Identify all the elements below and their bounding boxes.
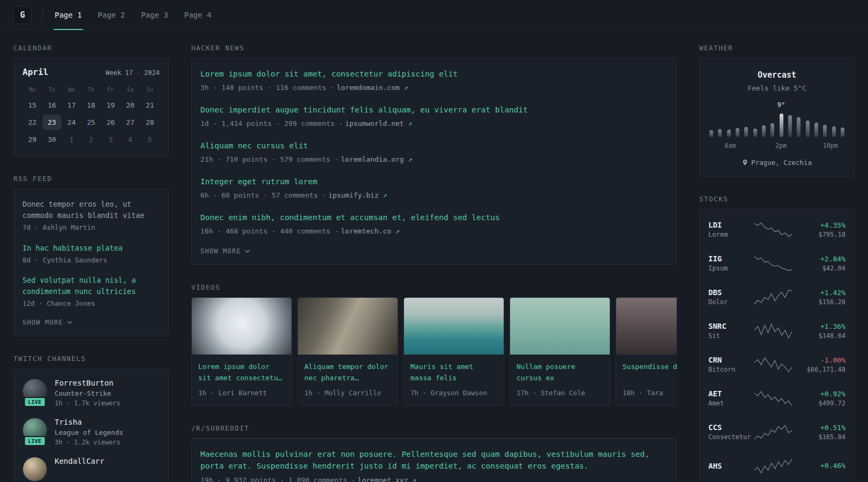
video-card[interactable]: Nullam posuere cursus ex 17h · Stefan Co… xyxy=(510,297,610,406)
calendar-day-header: We xyxy=(62,84,81,96)
rss-item-title[interactable]: In hac habitasse platea xyxy=(23,243,160,254)
video-meta: 1h · Lori Barnett xyxy=(198,389,285,397)
video-title[interactable]: Aliquam tempor dolor nec pharetra… xyxy=(304,362,391,384)
weather-bar xyxy=(736,128,739,137)
tab-page-4[interactable]: Page 4 xyxy=(183,0,213,29)
channel-info: Trisha League of Legends 3h · 1.2k viewe… xyxy=(55,418,123,446)
hn-show-more-button[interactable]: SHOW MORE xyxy=(200,247,250,255)
weather-bar xyxy=(744,127,748,137)
external-link-icon: ↗ xyxy=(408,119,413,127)
stock-row[interactable]: DBS Dolor +1.42% $156.28 xyxy=(708,280,845,314)
weather-bar xyxy=(770,123,774,137)
stock-change: +0.46% xyxy=(798,462,845,470)
hn-item-stats: 6h · 60 points · 57 comments · xyxy=(200,191,326,199)
video-title[interactable]: Nullam posuere cursus ex xyxy=(517,362,603,384)
channel-name[interactable]: KendallCarr xyxy=(55,457,104,465)
channel-name[interactable]: ForrestBurton xyxy=(55,379,121,387)
stock-change: +1.36% xyxy=(798,322,845,330)
rss-item-title[interactable]: Donec tempor eros leo, ut commodo mauris… xyxy=(23,199,160,221)
hn-item: Integer eget rutrum lorem 6h · 60 points… xyxy=(200,176,668,201)
rss-item: Donec tempor eros leo, ut commodo mauris… xyxy=(23,199,160,233)
tab-page-1[interactable]: Page 1 xyxy=(54,0,83,29)
stock-sparkline xyxy=(753,289,793,305)
hn-item-title[interactable]: Lorem ipsum dolor sit amet, consectetur … xyxy=(200,68,668,80)
stock-price: $165.84 xyxy=(798,433,845,441)
stock-row[interactable]: AHS +0.46% xyxy=(708,449,845,482)
calendar-day-header: Sa xyxy=(121,84,140,96)
calendar-widget: CALENDAR April Week 17 · 2024 MoTuWeThFr… xyxy=(13,44,169,156)
video-title[interactable]: Mauris sit amet massa felis xyxy=(410,362,497,384)
calendar-day-header: Su xyxy=(140,84,160,96)
hn-item: Donec enim nibh, condimentum et accumsan… xyxy=(200,212,668,237)
video-card[interactable]: Mauris sit amet massa felis 7h · Grayson… xyxy=(403,297,504,406)
twitch-channel[interactable]: LIVE ForrestBurton Counter-Strike 1h · 1… xyxy=(23,379,160,407)
stock-values: +1.42% $156.28 xyxy=(798,289,845,306)
channel-name[interactable]: Trisha xyxy=(55,418,123,426)
hn-item-title[interactable]: Donec imperdiet augue tincidunt felis al… xyxy=(200,104,668,116)
stock-sparkline xyxy=(753,424,793,440)
hn-item-title[interactable]: Donec enim nibh, condimentum et accumsan… xyxy=(200,212,668,223)
hn-item-meta: 3h · 148 points · 116 comments ·loremdom… xyxy=(200,82,668,93)
hn-item-domain[interactable]: loremdomain.com ↗ xyxy=(336,84,408,92)
stock-row[interactable]: AET Amet +0.92% $499.72 xyxy=(708,381,845,415)
stock-symbol: DBS xyxy=(708,288,748,297)
video-thumbnail xyxy=(298,298,398,355)
video-card[interactable]: Lorem ipsum dolor sit amet consectetu… 1… xyxy=(191,297,292,406)
stock-name: Dolor xyxy=(708,298,748,306)
domain-label: ipsumify.biz xyxy=(328,191,379,199)
reddit-post-stats: 19h · 9,932 points · 1,090 comments · xyxy=(200,476,356,482)
domain-label: loremdomain.com xyxy=(336,84,399,92)
video-title[interactable]: Lorem ipsum dolor sit amet consectetu… xyxy=(198,362,285,384)
stock-row[interactable]: LDI Lorem +4.35% $795.18 xyxy=(708,213,845,246)
calendar-day: 17 xyxy=(62,97,81,113)
stock-row[interactable]: IIG Ipsum +2.84% $42.04 xyxy=(708,246,845,280)
tab-page-3[interactable]: Page 3 xyxy=(140,0,169,29)
rss-show-more-button[interactable]: SHOW MORE xyxy=(23,319,72,326)
hn-item-domain[interactable]: ipsumify.biz ↗ xyxy=(328,191,387,199)
video-card[interactable]: Aliquam tempor dolor nec pharetra… 1h · … xyxy=(297,297,398,406)
page-tabs: Page 1 Page 2 Page 3 Page 4 xyxy=(54,0,212,29)
rss-item-title[interactable]: Sed volutpat nulla nisl, a condimentum n… xyxy=(23,275,160,297)
app-logo[interactable]: G xyxy=(13,6,32,24)
twitch-channel[interactable]: LIVE Trisha League of Legends 3h · 1.2k … xyxy=(23,418,160,446)
stock-row[interactable]: SNRC Sit +1.36% $148.64 xyxy=(708,314,845,348)
stock-values: +0.51% $165.84 xyxy=(798,424,845,441)
stock-change: +2.84% xyxy=(798,255,845,263)
stock-name: Ipsum xyxy=(708,265,748,272)
stock-change: +0.51% xyxy=(798,424,845,432)
hn-item-domain[interactable]: loremlandia.org ↗ xyxy=(341,155,412,163)
hn-item-domain[interactable]: loremtech.co ↗ xyxy=(341,227,400,235)
reddit-post-title[interactable]: Maecenas mollis pulvinar erat non posuer… xyxy=(200,448,668,472)
live-badge: LIVE xyxy=(24,397,46,407)
stock-row[interactable]: CRN Bitcorn -1.00% $66,171.48 xyxy=(708,348,845,381)
show-more-label: SHOW MORE xyxy=(200,247,241,255)
hn-item-domain[interactable]: ipsumworld.net ↗ xyxy=(345,119,412,127)
stock-change: +0.92% xyxy=(798,390,845,398)
weather-time: 10pm xyxy=(823,142,838,149)
calendar-day-header: Tu xyxy=(42,84,62,96)
calendar-day: 23 xyxy=(42,115,62,130)
videos-row: Lorem ipsum dolor sit amet consectetu… 1… xyxy=(191,297,677,406)
calendar-day: 30 xyxy=(42,132,62,147)
weather-time: 6am xyxy=(725,142,736,149)
stock-symbol: IIG xyxy=(708,254,748,263)
weather-bar xyxy=(780,114,783,137)
videos-widget: VIDEOS Lorem ipsum dolor sit amet consec… xyxy=(191,283,677,406)
video-title[interactable]: Suspendisse diam xyxy=(623,362,677,384)
hn-item-title[interactable]: Integer eget rutrum lorem xyxy=(200,176,668,187)
reddit-post-meta: 19h · 9,932 points · 1,090 comments ·lor… xyxy=(200,475,668,482)
tab-page-2[interactable]: Page 2 xyxy=(97,0,126,29)
reddit-post-domain[interactable]: loremnet.xyz ↗ xyxy=(358,476,417,482)
stock-symbol: SNRC xyxy=(708,322,748,330)
stock-price: $148.64 xyxy=(798,332,845,340)
stock-row[interactable]: CCS Consectetur +0.51% $165.84 xyxy=(708,415,845,449)
top-nav: G Page 1 Page 2 Page 3 Page 4 xyxy=(0,0,868,30)
stock-id: DBS Dolor xyxy=(708,288,748,306)
rss-item: In hac habitasse platea 8d · Cynthia Sau… xyxy=(23,243,160,266)
twitch-channel[interactable]: KendallCarr xyxy=(23,457,160,481)
hn-item-title[interactable]: Aliquam nec cursus elit xyxy=(200,140,668,152)
video-card[interactable]: Suspendisse diam 18h · Tara xyxy=(616,297,677,406)
location-pin-icon xyxy=(742,159,748,166)
rss-item-meta: 8d · Cynthia Saunders xyxy=(23,255,160,266)
calendar-day-header: Fr xyxy=(101,84,121,96)
